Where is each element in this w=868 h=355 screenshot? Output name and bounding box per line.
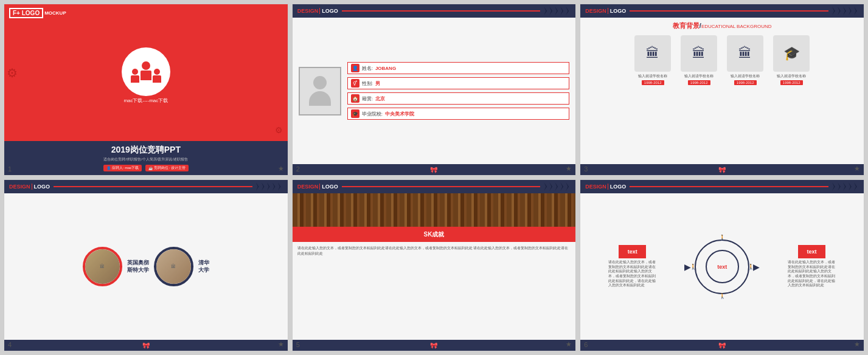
- school-label-2: 清华 大学: [198, 260, 209, 274]
- ring-person-top: 🚶: [719, 235, 726, 241]
- edu-card-1: 🏛 输入就读学校名称 1998-2012: [631, 35, 674, 160]
- slide3-header: DESIGN LOGO: [580, 4, 864, 18]
- inner-circle: text: [706, 250, 739, 283]
- college-icon: 🏛: [646, 46, 659, 61]
- slide4-content: 🏛 英国奥彻 斯特大学 🏛 清华 大学: [4, 193, 288, 340]
- slide-number-2: 2: [296, 165, 300, 173]
- slide6-center-area: 🚶 🚶 🚶 🚶 text: [695, 240, 749, 294]
- slide5-overlay: SK成就: [293, 227, 576, 242]
- outer-circle: 🚶 🚶 🚶 🚶 text: [695, 240, 749, 294]
- slide-star-4: ★: [278, 340, 284, 348]
- slide2-footer: 🎀: [293, 164, 576, 175]
- slide2-header: DESIGN LOGO: [293, 4, 576, 18]
- slide-4: DESIGN LOGO 🏛 英国奥彻 斯特大学: [4, 179, 288, 351]
- bowtie-icon: 🎀: [430, 167, 437, 173]
- arrow-icon: [555, 7, 560, 15]
- slide-star-3: ★: [854, 165, 860, 173]
- field-school: 🎓 毕业院校: 中央美术学院: [347, 108, 570, 120]
- logo-label: LOGO: [32, 184, 50, 190]
- edu-circle-1: 🏛: [83, 247, 122, 286]
- slide-star-2: ★: [566, 165, 572, 173]
- ring-person-bottom: 🚶: [719, 293, 726, 299]
- bowtie-icon: 🎀: [142, 342, 150, 349]
- slide1-title: 2019岗位竞聘PPT: [111, 145, 181, 156]
- logo-label: LOGO: [608, 184, 627, 190]
- edu-cards: 🏛 输入就读学校名称 1998-2012 🏛 输入就读学校名称 1998-201…: [585, 35, 859, 160]
- coffee-icon: ☕: [148, 166, 153, 170]
- gear-right-icon: ⚙: [275, 125, 283, 135]
- edu-card-3: 🏛 输入就读学校名称 1998-2012: [724, 35, 766, 160]
- slide5-header: DESIGN LOGO: [293, 180, 576, 193]
- gender-icon: ⚥: [351, 79, 359, 88]
- bowtie-icon: 🎀: [718, 167, 726, 173]
- edu-icon-box: 🎓: [773, 35, 810, 72]
- header-arrows: [544, 7, 571, 15]
- design-label: DESIGN: [585, 184, 606, 190]
- slide6-right-text-box: text: [798, 245, 825, 258]
- slide1-watermark: mac下载----mac下载: [123, 97, 168, 104]
- slide-number-4: 4: [8, 341, 12, 348]
- slide-grid: F+ LOGO MOCKUP ⚙: [0, 0, 868, 355]
- slide-6: DESIGN LOGO text 请在此处输入您的文本，或者复制您的文本粘贴到此…: [580, 179, 864, 351]
- slide3-content: 教育背景/EDUCATIONAL BACKGROUND 🏛 输入就读学校名称 1…: [580, 18, 864, 164]
- header-arrows: [544, 182, 571, 191]
- slide5-content: SK成就 请在此处输入您的文本，或者复制您的文本粘贴到此处请在此处输入您的文本，…: [293, 193, 576, 340]
- logo-label: LOGO: [319, 184, 338, 190]
- slide1-logo: F+ LOGO MOCKUP: [9, 8, 66, 18]
- edu-icon-box: 🏛: [681, 35, 717, 72]
- design-label: DESIGN: [585, 8, 606, 14]
- arrow-icon: [566, 7, 571, 15]
- slide2-content: 👤 姓名: JOBANG ⚥ 性别: 男 🏠 籍贯: 北京: [293, 18, 576, 164]
- ring-person-right: 🚶: [748, 264, 754, 270]
- header-arrows: [832, 182, 859, 191]
- design-label: DESIGN: [9, 184, 30, 190]
- slide1-tag2: ☕ 竞聘岗位: 设计主管: [145, 165, 188, 171]
- slide-1: F+ LOGO MOCKUP ⚙: [4, 4, 288, 176]
- edu-card-4: 🎓 输入就读学校名称 1998-2012: [770, 35, 813, 160]
- field-name: 👤 姓名: JOBANG: [347, 62, 570, 74]
- slide-5: DESIGN LOGO SK成就 请在此处输入您的文本，或者复制您的文本粘贴到此…: [292, 179, 577, 351]
- location-icon: 🏠: [351, 94, 359, 103]
- logo-box: F+ LOGO: [9, 8, 43, 18]
- bowtie-icon: 🎀: [430, 342, 437, 349]
- field-gender: ⚥ 性别: 男: [347, 77, 570, 89]
- slide-star-1: ★: [278, 165, 284, 173]
- slide5-footer: 🎀: [293, 340, 576, 351]
- slide-number-1: 1: [8, 165, 12, 173]
- edu-icon-box: 🏛: [727, 35, 763, 72]
- slide-number-3: 3: [584, 165, 588, 173]
- slide-number-6: 6: [584, 341, 588, 348]
- slide6-content: text 请在此处输入您的文本，或者复制您的文本粘贴到此处请在此处粘贴到此处输入…: [580, 193, 864, 340]
- gear-left-icon: ⚙: [7, 66, 18, 80]
- header-line: [54, 186, 252, 187]
- slide5-body: 请在此处输入您的文本，或者复制您的文本粘贴到此处请在此处输入您的文本，或者复制您…: [293, 242, 576, 260]
- slide5-image: SK成就: [293, 193, 576, 242]
- slide-star-6: ★: [854, 340, 860, 348]
- header-arrows: [256, 182, 283, 191]
- slide6-footer: 🎀: [580, 340, 864, 351]
- design-label: DESIGN: [297, 8, 319, 14]
- slide-3: DESIGN LOGO 教育背景/EDUCATIONAL BACKGROUND …: [580, 4, 864, 176]
- university-icon: 🏛: [738, 46, 752, 61]
- person-icon: 👤: [106, 166, 111, 170]
- slide6-right-body: 请在此处输入您的文本，或者复制您的文本粘贴到此处请在此处粘贴到此处输入您的文本，…: [788, 260, 836, 288]
- profile-photo: [299, 67, 341, 115]
- achievement-title: SK成就: [424, 230, 445, 239]
- slide-number-5: 5: [296, 341, 300, 348]
- header-arrows: [832, 7, 859, 15]
- arrow-icon: [560, 7, 565, 15]
- slide1-circle: [122, 47, 170, 96]
- name-icon: 👤: [351, 64, 359, 72]
- slide4-footer: 🎀: [4, 340, 288, 351]
- arrow-icon: [544, 7, 549, 15]
- state-college-icon: 🏛: [692, 46, 706, 61]
- ring-person-left: 🚶: [690, 264, 696, 270]
- slide6-left-body: 请在此处输入您的文本，或者复制您的文本粘贴到此处请在此处粘贴到此处输入您的文本，…: [608, 260, 657, 288]
- logo-label: LOGO: [608, 8, 627, 14]
- slide1-subtitle: 适合岗位竞聘/求职报告/个人简历/晋升演说/述职报告: [103, 157, 188, 162]
- slide-star-5: ★: [566, 340, 572, 348]
- slide-2: DESIGN LOGO: [292, 4, 577, 176]
- slide3-footer: 🎀: [580, 164, 864, 175]
- logo-mockup: MOCKUP: [44, 10, 66, 16]
- bowtie-icon: 🎀: [718, 342, 726, 349]
